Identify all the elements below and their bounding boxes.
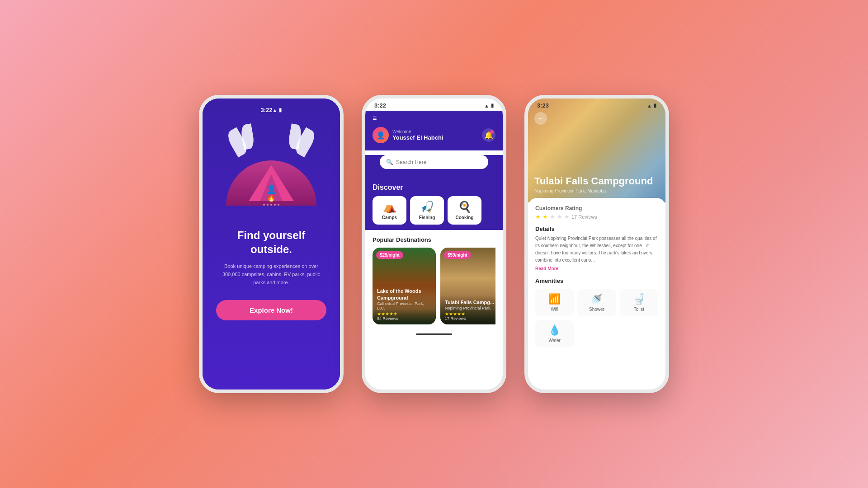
battery-icon-3: ▮ bbox=[654, 103, 656, 108]
rating-label: Customers Rating bbox=[535, 205, 658, 211]
rating-section: Customers Rating ★ ★ ★ ★ ★ 17 Reviews bbox=[535, 205, 658, 220]
time-2: 3:22 bbox=[374, 102, 386, 109]
popular-title: Popular Destinations bbox=[373, 236, 495, 243]
user-row: 👤 Welcome Youssef El Habchi 🔔 bbox=[373, 127, 495, 143]
toilet-amenity-label: Toilet bbox=[634, 307, 644, 312]
star-4: ★ bbox=[557, 213, 562, 220]
home-header: ≡ 👤 Welcome Youssef El Habchi 🔔 bbox=[365, 111, 503, 150]
avatar: 👤 bbox=[373, 127, 389, 143]
battery-icon-2: ▮ bbox=[491, 103, 494, 108]
wifi-amenity-label: Wifi bbox=[551, 307, 558, 312]
splash-title: Find yourself outside. bbox=[216, 228, 326, 256]
notification-bell[interactable]: 🔔 bbox=[482, 128, 495, 142]
card2-name: Tulabi Falls Campg... bbox=[445, 299, 495, 305]
star-2: ★ bbox=[542, 213, 548, 220]
status-icons-2: ▲ ▮ bbox=[484, 103, 494, 108]
amenities-grid: 📶 Wifi 🚿 Shower 🚽 Toilet 💧 Water bbox=[535, 289, 658, 347]
menu-icon[interactable]: ≡ bbox=[373, 114, 495, 122]
destination-card-1[interactable]: $25/night Lake of the Woods Campground C… bbox=[373, 248, 436, 324]
wifi-icon-1: ▲ bbox=[273, 108, 278, 113]
shower-amenity-label: Shower bbox=[589, 307, 604, 312]
amenity-toilet: 🚽 Toilet bbox=[620, 289, 658, 316]
wifi-amenity-icon: 📶 bbox=[548, 293, 561, 305]
price-badge-1: $25/night bbox=[376, 251, 403, 259]
amenity-shower: 🚿 Shower bbox=[577, 289, 616, 316]
splash-illustration: 👤 🔥 bbox=[222, 120, 321, 219]
details-section: Details Quiet Nopiming Provincial Park p… bbox=[535, 225, 658, 272]
user-info: 👤 Welcome Youssef El Habchi bbox=[373, 127, 443, 143]
category-cooking[interactable]: 🍳 Cooking bbox=[448, 196, 481, 225]
time-1: 3:22 bbox=[261, 107, 273, 113]
card1-overlay: Lake of the Woods Campground Cathedral P… bbox=[373, 284, 436, 324]
camps-label: Camps bbox=[382, 215, 397, 220]
details-text: Quiet Nopiming Provincial Park possesses… bbox=[535, 235, 658, 264]
details-title: Details bbox=[535, 225, 658, 232]
status-icons-1: ▲ ▮ bbox=[273, 107, 282, 113]
phone-detail: 3:23 ▲ ▮ ← Tulabi Falls Campground Nopim… bbox=[524, 95, 669, 393]
search-bar: 🔍 bbox=[380, 155, 488, 169]
search-icon: 🔍 bbox=[386, 159, 393, 165]
cooking-label: Cooking bbox=[456, 215, 474, 220]
card2-stars: ★★★★★ bbox=[445, 311, 495, 316]
user-text: Welcome Youssef El Habchi bbox=[392, 129, 443, 141]
person-icon: 👤 bbox=[266, 184, 276, 194]
card2-overlay: Tulabi Falls Campg... Nopiming Provincia… bbox=[440, 296, 495, 324]
username: Youssef El Habchi bbox=[392, 134, 443, 141]
read-more-link[interactable]: Read More bbox=[535, 266, 558, 271]
shower-amenity-icon: 🚿 bbox=[590, 293, 603, 305]
fishing-icon: 🎣 bbox=[420, 201, 434, 213]
search-input[interactable] bbox=[396, 159, 482, 165]
home-indicator-2 bbox=[365, 331, 503, 338]
phone-home: 3:22 ▲ ▮ ≡ 👤 Welcome Youssef El Habchi 🔔 bbox=[362, 95, 506, 393]
star-1: ★ bbox=[535, 213, 541, 220]
destination-card-2[interactable]: $59/night Tulabi Falls Campg... Nopiming… bbox=[440, 248, 495, 324]
amenities-title: Amenities bbox=[535, 277, 658, 284]
fishing-label: Fishing bbox=[419, 215, 435, 220]
amenity-water: 💧 Water bbox=[535, 320, 574, 347]
campground-title: Tulabi Falls Campground bbox=[534, 175, 659, 187]
detail-content: Customers Rating ★ ★ ★ ★ ★ 17 Reviews De… bbox=[528, 198, 665, 389]
cooking-icon: 🍳 bbox=[458, 201, 472, 213]
wifi-icon-3: ▲ bbox=[647, 103, 652, 108]
categories-row: ⛺ Camps 🎣 Fishing 🍳 Cooking bbox=[373, 196, 495, 226]
explore-now-button[interactable]: Explore Now! bbox=[216, 300, 326, 320]
popular-section: Popular Destinations $25/night Lake of t… bbox=[365, 230, 503, 331]
price-badge-2: $59/night bbox=[444, 251, 471, 259]
fire-icon: 🔥 bbox=[267, 193, 276, 202]
battery-icon-1: ▮ bbox=[279, 107, 282, 113]
stars-row: ★ ★ ★ ★ ★ 17 Reviews bbox=[535, 213, 658, 220]
status-bar-2: 3:22 ▲ ▮ bbox=[365, 99, 503, 111]
star-3: ★ bbox=[550, 213, 555, 220]
status-bar-3: 3:23 ▲ ▮ bbox=[528, 102, 665, 109]
water-amenity-icon: 💧 bbox=[548, 324, 561, 336]
destination-cards: $25/night Lake of the Woods Campground C… bbox=[373, 248, 495, 324]
back-button[interactable]: ← bbox=[534, 112, 547, 125]
card1-reviews: 64 Reviews bbox=[377, 316, 431, 321]
discover-section: Discover ⛺ Camps 🎣 Fishing 🍳 Cooking bbox=[365, 178, 503, 230]
card2-location: Nopiming Provincial Park... bbox=[445, 306, 495, 310]
camps-icon: ⛺ bbox=[383, 201, 396, 213]
card1-location: Cathedral Provincial Park, B.C. bbox=[377, 301, 431, 310]
welcome-label: Welcome bbox=[392, 129, 443, 134]
card1-stars: ★★★★★ bbox=[377, 311, 431, 316]
time-3: 3:23 bbox=[537, 102, 549, 109]
home-body: ≡ 👤 Welcome Youssef El Habchi 🔔 🔍 bbox=[365, 111, 503, 388]
hero-title-area: Tulabi Falls Campground Nopiming Provinc… bbox=[534, 175, 659, 193]
campground-location: Nopiming Provincial Park, Manitoba bbox=[534, 188, 659, 193]
star-5: ★ bbox=[564, 213, 570, 220]
splash-description: Book unique camping experiences on over … bbox=[216, 263, 326, 286]
card2-reviews: 17 Reviews bbox=[445, 316, 495, 321]
category-fishing[interactable]: 🎣 Fishing bbox=[410, 196, 444, 225]
card1-name: Lake of the Woods Campground bbox=[377, 288, 431, 301]
amenity-wifi: 📶 Wifi bbox=[535, 289, 574, 316]
category-camps[interactable]: ⛺ Camps bbox=[373, 196, 406, 225]
wifi-icon-2: ▲ bbox=[484, 103, 489, 108]
phone-splash: 3:22 ▲ ▮ 👤 🔥 Find yourself outside bbox=[199, 95, 344, 393]
water-amenity-label: Water bbox=[549, 338, 561, 343]
status-icons-3: ▲ ▮ bbox=[647, 103, 656, 108]
toilet-amenity-icon: 🚽 bbox=[633, 293, 645, 305]
status-bar-1: 3:22 ▲ ▮ bbox=[252, 103, 291, 115]
amenities-section: Amenities 📶 Wifi 🚿 Shower 🚽 Toilet 💧 Wat… bbox=[535, 277, 658, 347]
discover-title: Discover bbox=[373, 183, 495, 192]
ground-dots bbox=[263, 204, 279, 206]
